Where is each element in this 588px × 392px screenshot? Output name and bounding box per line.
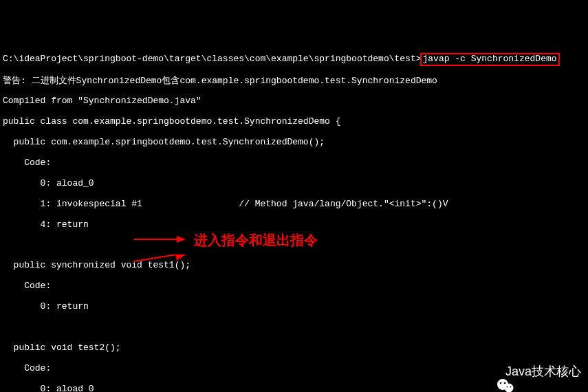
test1-sig: public synchronized void test1(); [3, 261, 585, 271]
svg-point-7 [504, 382, 506, 384]
svg-marker-1 [177, 236, 186, 243]
svg-marker-3 [175, 254, 186, 261]
bytecode-line: 4: return [3, 220, 585, 230]
blank-line [3, 323, 585, 333]
annotation-text: 进入指令和退出指令 [194, 232, 318, 248]
svg-point-9 [510, 386, 511, 387]
bytecode-line: 0: return [3, 302, 585, 312]
arrow-icon [134, 232, 189, 246]
arrow-icon [134, 254, 189, 275]
bytecode-line: 0: aload_0 [3, 179, 585, 189]
code-label: Code: [3, 281, 585, 292]
svg-line-2 [134, 254, 177, 261]
constructor-sig: public com.example.springbootdemo.test.S… [3, 138, 585, 148]
watermark: Java技术核心 [482, 363, 581, 380]
watermark-text: Java技术核心 [505, 364, 581, 379]
wechat-icon [482, 363, 501, 380]
prompt-path: C:\ideaProject\springboot-demo\target\cl… [3, 54, 422, 64]
javap-command: javap -c SynchronizedDemo [420, 53, 560, 66]
bytecode-line: 1: invokespecial #1 // Method java/lang/… [3, 199, 585, 210]
svg-point-5 [504, 383, 513, 392]
svg-point-6 [500, 382, 502, 384]
class-declaration: public class com.example.springbootdemo.… [3, 117, 585, 127]
warning-line: 警告: 二进制文件SynchronizedDemo包含com.example.s… [3, 76, 585, 87]
test2-sig: public void test2(); [3, 343, 585, 353]
terminal-output: C:\ideaProject\springboot-demo\target\cl… [0, 41, 588, 392]
svg-point-8 [506, 386, 508, 387]
code-label: Code: [3, 158, 585, 168]
compiled-from: Compiled from "SynchronizedDemo.java" [3, 96, 585, 107]
command-line[interactable]: C:\ideaProject\springboot-demo\target\cl… [3, 53, 585, 66]
